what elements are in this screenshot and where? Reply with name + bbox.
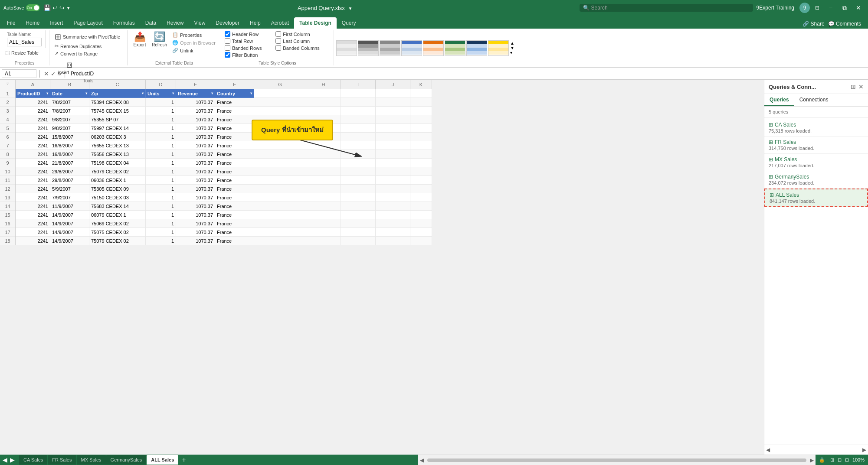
user-avatar[interactable]: 9 [799,3,810,13]
h-scrollbar-thumb[interactable] [427,458,806,462]
cell-f4[interactable]: France [215,115,254,124]
open-browser-button[interactable]: 🌐 Open in Browser [170,39,217,46]
cell-c12[interactable]: 75305 CEDEX 09 [89,185,146,193]
cell-e18[interactable]: 1070.37 [176,237,215,245]
cell-b15[interactable]: 14/9/2007 [50,211,89,219]
cell-a3[interactable]: 2241 [16,107,50,115]
header-row-checkbox[interactable]: Header Row [225,31,269,37]
row-num-1[interactable]: 1 [0,89,15,98]
col-header-k[interactable]: K [410,80,432,89]
row-num-7[interactable]: 7 [0,141,15,150]
cell-d4[interactable]: 1 [146,115,176,124]
cell-c6[interactable]: 06203 CEDEX 3 [89,133,146,141]
page-layout-icon[interactable]: ⊟ [838,457,842,463]
query-item-germany-sales[interactable]: ⊞ GermanySales 234,072 rows loaded. [764,171,868,189]
total-row-checkbox[interactable]: Total Row [225,38,269,44]
cell-a4[interactable]: 2241 [16,115,50,124]
tab-data[interactable]: Data [140,17,161,29]
confirm-formula-button[interactable]: ✓ [51,70,56,77]
sheet-tab-all-sales[interactable]: ALL Sales [147,455,178,465]
page-break-icon[interactable]: ⊡ [845,457,849,463]
sheet-nav-left-icon[interactable]: ◀ [2,456,8,463]
cell-c3[interactable]: 75745 CEDEX 15 [89,107,146,115]
restore-button[interactable]: ⧉ [839,2,851,14]
sheet-tab-ca-sales[interactable]: CA Sales [19,455,47,465]
row-num-18[interactable]: 18 [0,237,15,245]
cell-c10[interactable]: 75079 CEDEX 02 [89,167,146,176]
style-swatch-5[interactable] [423,40,444,56]
cell-b12[interactable]: 5/9/2007 [50,185,89,193]
cell-e15[interactable]: 1070.37 [176,211,215,219]
col-header-c[interactable]: C [89,80,146,89]
style-swatch-1[interactable] [336,40,357,56]
cell-b3[interactable]: 7/8/2007 [50,107,89,115]
filter-dropdown-icon[interactable]: ▾ [85,91,87,95]
col-header-i[interactable]: I [341,80,376,89]
row-num-16[interactable]: 16 [0,219,15,228]
cell-c8[interactable]: 75656 CEDEX 13 [89,150,146,159]
style-swatch-2[interactable] [358,40,379,56]
col-header-d[interactable]: D [146,80,176,89]
cell-c9[interactable]: 75198 CEDEX 04 [89,159,146,167]
tab-insert[interactable]: Insert [45,17,68,29]
row-num-14[interactable]: 14 [0,202,15,211]
cell-d9[interactable]: 1 [146,159,176,167]
gallery-down-icon[interactable]: ▼ [510,46,514,50]
cell-e11[interactable]: 1070.37 [176,176,215,185]
col-header-b[interactable]: B [50,80,89,89]
col-header-e[interactable]: E [176,80,215,89]
add-sheet-button[interactable]: ＋ [179,455,189,465]
cell-e6[interactable]: 1070.37 [176,133,215,141]
tab-page-layout[interactable]: Page Layout [68,17,108,29]
filter-dropdown-icon[interactable]: ▾ [211,91,213,95]
cell-c7[interactable]: 75655 CEDEX 13 [89,141,146,150]
cell-e3[interactable]: 1070.37 [176,107,215,115]
cell-f13[interactable]: France [215,193,254,202]
cell-c14[interactable]: 75683 CEDEX 14 [89,202,146,211]
query-item-all-sales[interactable]: ⊞ ALL Sales 841,147 rows loaded. [764,189,868,207]
tab-query[interactable]: Query [337,17,361,29]
cell-c16[interactable]: 75069 CEDEX 02 [89,219,146,228]
cell-f9[interactable]: France [215,159,254,167]
cell-f12[interactable]: France [215,185,254,193]
name-box[interactable] [2,69,36,78]
cell-b6[interactable]: 15/8/2007 [50,133,89,141]
cell-c5[interactable]: 75997 CEDEX 14 [89,124,146,133]
share-button[interactable]: 🔗 Share [802,21,824,27]
style-swatch-3[interactable] [380,40,400,56]
autosave-toggle[interactable]: On [26,4,40,11]
row-num-5[interactable]: 5 [0,124,15,133]
cell-d6[interactable]: 1 [146,133,176,141]
cell-a12[interactable]: 2241 [16,185,50,193]
banded-columns-checkbox[interactable]: Banded Columns [275,45,319,51]
gallery-scroll[interactable]: ▲ ▼ ▾ [509,41,515,55]
comments-button[interactable]: 💬 Comments [828,21,861,27]
cell-e9[interactable]: 1070.37 [176,159,215,167]
row-num-13[interactable]: 13 [0,193,15,202]
row-num-2[interactable]: 2 [0,98,15,107]
style-swatch-6[interactable] [445,40,465,56]
first-column-checkbox[interactable]: First Column [275,31,319,37]
resize-table-button[interactable]: ⬚ Resize Table [3,49,40,56]
row-num-17[interactable]: 17 [0,228,15,237]
gallery-more-icon[interactable]: ▾ [510,50,514,55]
cell-c11[interactable]: 06036 CEDEX 1 [89,176,146,185]
sheet-tab-germany-sales[interactable]: GermanySales [106,455,147,465]
cell-e10[interactable]: 1070.37 [176,167,215,176]
minimize-button[interactable]: − [825,2,837,14]
cell-b7[interactable]: 16/8/2007 [50,141,89,150]
cell-a7[interactable]: 2241 [16,141,50,150]
cell-f10[interactable]: France [215,167,254,176]
cancel-formula-button[interactable]: ✕ [44,70,49,77]
cell-d14[interactable]: 1 [146,202,176,211]
style-swatch-7[interactable] [466,40,487,56]
cell-d2[interactable]: 1 [146,98,176,107]
cell-d12[interactable]: 1 [146,185,176,193]
col-header-f[interactable]: F [215,80,254,89]
cell-d7[interactable]: 1 [146,141,176,150]
side-panel-expand-icon[interactable]: ⊞ [851,83,856,90]
cell-b11[interactable]: 29/8/2007 [50,176,89,185]
col-header-h[interactable]: H [306,80,341,89]
h-scroll-area[interactable]: ◀ ▶ [418,455,816,465]
cell-c17[interactable]: 75075 CEDEX 02 [89,228,146,237]
